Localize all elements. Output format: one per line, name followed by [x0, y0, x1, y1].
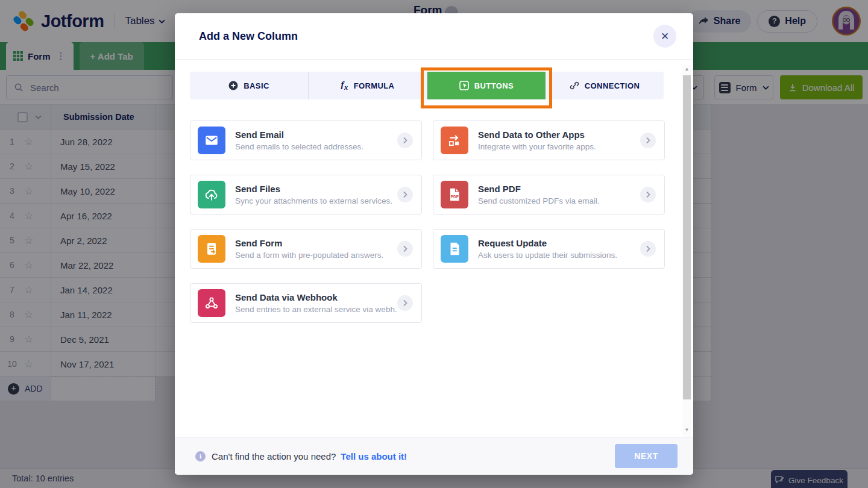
chevron-right-icon[interactable]: [397, 295, 413, 311]
jotform-tables-app: Jotform Tables Form Share ? Help: [0, 0, 868, 488]
formula-icon: fx: [341, 80, 348, 92]
card-title: Send PDF: [478, 184, 600, 194]
scroll-up-icon[interactable]: ▲: [682, 65, 691, 74]
modal-scrollbar[interactable]: ▲ ▼: [682, 65, 691, 437]
card-send-data-other-apps[interactable]: Send Data to Other Apps Integrate with y…: [433, 120, 665, 160]
chevron-right-icon[interactable]: [397, 187, 413, 202]
chevron-right-icon[interactable]: [640, 241, 656, 257]
send-form-icon: [198, 235, 225, 263]
card-desc: Send emails to selected addresses.: [235, 142, 363, 151]
chevron-right-icon[interactable]: [397, 241, 413, 257]
card-desc: Send entries to an external service via …: [235, 305, 397, 314]
card-desc: Ask users to update their submissions.: [478, 251, 617, 260]
card-desc: Send customized PDFs via email.: [478, 196, 600, 205]
send-data-other-apps-icon: [441, 127, 468, 154]
info-icon: i: [195, 451, 206, 461]
tab-formula[interactable]: fx FORMULA: [309, 72, 427, 99]
card-send-files[interactable]: Send Files Sync your attachments to exte…: [190, 175, 422, 214]
card-title: Send Data to Other Apps: [478, 130, 596, 140]
next-button[interactable]: NEXT: [615, 444, 678, 468]
modal-header: Add a New Column ✕: [175, 13, 693, 60]
modal-footer: i Can't find the action you need? Tell u…: [175, 437, 693, 475]
card-title: Request Update: [478, 238, 617, 248]
card-title: Send Email: [235, 130, 363, 140]
send-webhook-icon: [198, 289, 225, 317]
action-cards-grid: Send Email Send emails to selected addre…: [190, 120, 665, 323]
button-cursor-icon: [459, 81, 469, 90]
card-request-update[interactable]: Request Update Ask users to update their…: [433, 229, 665, 269]
tab-basic[interactable]: BASIC: [190, 72, 309, 99]
card-desc: Integrate with your favorite apps.: [478, 142, 596, 151]
svg-text:PDF: PDF: [451, 195, 459, 199]
card-send-pdf[interactable]: PDF Send PDF Send customized PDFs via em…: [433, 175, 665, 214]
card-send-form[interactable]: Send Form Send a form with pre-populated…: [190, 229, 422, 269]
card-title: Send Data via Webhook: [235, 292, 397, 302]
chevron-right-icon[interactable]: [640, 133, 656, 148]
column-type-tabs: BASIC fx FORMULA BUTTONS CONNECTION: [190, 72, 664, 99]
card-title: Send Form: [235, 238, 383, 248]
tab-buttons-label: BUTTONS: [474, 81, 514, 90]
card-desc: Send a form with pre-populated answers.: [235, 251, 383, 260]
modal-title: Add a New Column: [199, 30, 298, 43]
plus-circle-icon: [228, 81, 238, 90]
chevron-right-icon[interactable]: [640, 187, 656, 202]
card-desc: Sync your attachments to external servic…: [235, 196, 392, 205]
tab-buttons[interactable]: BUTTONS: [427, 72, 546, 99]
link-icon: [570, 81, 579, 90]
request-update-icon: [441, 235, 468, 263]
add-column-modal: Add a New Column ✕ BASIC fx FORMULA BUTT…: [175, 13, 693, 475]
card-title: Send Files: [235, 184, 392, 194]
send-pdf-icon: PDF: [441, 181, 468, 208]
card-send-webhook[interactable]: Send Data via Webhook Send entries to an…: [190, 283, 422, 323]
scrollbar-thumb[interactable]: [683, 75, 691, 399]
send-email-icon: [198, 127, 225, 154]
close-icon[interactable]: ✕: [653, 25, 676, 48]
tab-connection[interactable]: CONNECTION: [546, 72, 664, 99]
card-send-email[interactable]: Send Email Send emails to selected addre…: [190, 120, 422, 160]
send-files-icon: [198, 181, 225, 208]
footer-question: Can't find the action you need?: [212, 451, 336, 461]
tab-connection-label: CONNECTION: [585, 81, 640, 90]
tab-formula-label: FORMULA: [354, 81, 395, 90]
tell-us-link[interactable]: Tell us about it!: [341, 451, 407, 461]
chevron-right-icon[interactable]: [397, 133, 413, 148]
tab-basic-label: BASIC: [244, 81, 269, 90]
scroll-down-icon[interactable]: ▼: [682, 426, 691, 434]
